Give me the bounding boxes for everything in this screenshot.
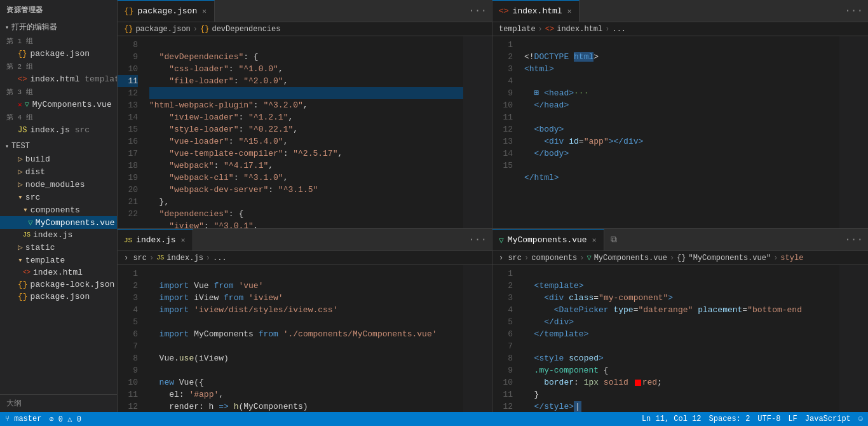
open-editors-label: 打开的编辑器 bbox=[11, 22, 57, 32]
close-tab-index-html[interactable]: ✕ bbox=[566, 6, 573, 16]
close-icon: ✕ bbox=[18, 100, 22, 109]
vue-icon: ▽ bbox=[25, 100, 29, 109]
tab-mycomponents[interactable]: ▽ MyComponents.vue ✕ bbox=[492, 229, 604, 251]
breadcrumb-mycomponents: › src › components › ▽ MyComponents.vue … bbox=[492, 251, 868, 265]
line-numbers-html: 1234 9101112 131415 bbox=[492, 36, 518, 228]
status-errors[interactable]: ⊘ 0 △ 0 bbox=[49, 415, 81, 424]
split-editor-icon[interactable]: ⧉ bbox=[608, 235, 620, 245]
breadcrumb-index-html: template › <> index.html › ... bbox=[492, 22, 868, 36]
tab-more-top-right[interactable]: ··· bbox=[839, 5, 868, 17]
folder-open-icon2: ▾ bbox=[23, 205, 28, 215]
close-tab-package-json[interactable]: ✕ bbox=[201, 6, 208, 16]
minimap-vue bbox=[839, 265, 868, 412]
folder-open-icon3: ▾ bbox=[18, 255, 23, 265]
folder-icon3: ▷ bbox=[18, 179, 23, 189]
tab-index-html[interactable]: <> index.html ✕ bbox=[492, 0, 580, 22]
html-file-icon: <> bbox=[23, 269, 31, 276]
json-icon: {} bbox=[18, 50, 27, 58]
line-numbers-pkg: 8910 11 12131415 16171819 202122 bbox=[118, 36, 143, 228]
vue-tab-icon: ▽ bbox=[499, 235, 504, 245]
tree-item-node-modules[interactable]: ▷ node_modules bbox=[0, 178, 117, 191]
open-editors-section[interactable]: ▾ 打开的编辑器 bbox=[0, 20, 117, 34]
tab-bar-package-json: {} package.json ✕ ··· bbox=[118, 0, 492, 22]
tree-item-packagejson[interactable]: {} package.json bbox=[0, 291, 117, 303]
sidebar: 资源管理器 ▾ 打开的编辑器 第 1 组 {} package.json 第 2… bbox=[0, 0, 118, 412]
tab-bar-index-js: JS index.js ✕ ··· bbox=[118, 229, 492, 251]
minimap-js bbox=[463, 265, 492, 412]
js-icon: JS bbox=[18, 126, 27, 135]
tree-item-components[interactable]: ▾ components bbox=[0, 203, 117, 216]
test-label: TEST bbox=[11, 142, 30, 151]
folder-icon4: ▷ bbox=[18, 242, 23, 252]
status-spaces[interactable]: Spaces: 2 bbox=[709, 415, 750, 423]
status-branch[interactable]: ⑂ master bbox=[5, 415, 41, 423]
html-tab-icon: <> bbox=[499, 6, 509, 16]
sidebar-item-index-js[interactable]: JS index.js src bbox=[0, 124, 117, 136]
sidebar-item-index-html[interactable]: <> index.html template bbox=[0, 73, 117, 85]
sidebar-header: 资源管理器 bbox=[0, 0, 117, 20]
minimap-html bbox=[839, 36, 868, 228]
tree-item-build[interactable]: ▷ build bbox=[0, 153, 117, 165]
json-tab-icon: {} bbox=[124, 6, 134, 16]
sidebar-item-mycomponents[interactable]: ✕ ▽ MyComponents.vue ... bbox=[0, 99, 117, 111]
status-language[interactable]: JavaScript bbox=[805, 415, 851, 423]
pane-index-html: <> index.html ✕ ··· template › <> index.… bbox=[492, 0, 868, 228]
tree-item-package-lock[interactable]: {} package-lock.json bbox=[0, 278, 117, 291]
status-bar: ⑂ master ⊘ 0 △ 0 Ln 11, Col 12 Spaces: 2… bbox=[0, 412, 868, 426]
tree-item-template[interactable]: ▾ template bbox=[0, 254, 117, 266]
chevron-down-icon: ▾ bbox=[5, 24, 9, 31]
json-file-icon: {} bbox=[18, 280, 28, 289]
tab-bar-mycomponents: ▽ MyComponents.vue ✕ ⧉ ··· bbox=[492, 229, 868, 251]
tree-item-indexhtml[interactable]: <> index.html bbox=[0, 266, 117, 278]
breadcrumb-index-js: › src › JS index.js › ... bbox=[118, 251, 492, 265]
folder-icon2: ▷ bbox=[18, 167, 23, 177]
editor-index-html: 1234 9101112 131415 <!DOCTYPE html> <htm… bbox=[492, 36, 868, 228]
tree-item-mycomponents-vue[interactable]: ▽ MyComponents.vue bbox=[0, 216, 117, 229]
tree-item-dist[interactable]: ▷ dist bbox=[0, 165, 117, 178]
group2-label: 第 2 组 bbox=[0, 60, 117, 73]
code-mycomponents[interactable]: <template> <div class="my-component"> <D… bbox=[518, 265, 839, 412]
sidebar-item-package-json[interactable]: {} package.json bbox=[0, 48, 117, 60]
tab-more-top-left[interactable]: ··· bbox=[463, 5, 492, 17]
group1-label: 第 1 组 bbox=[0, 34, 117, 48]
test-section[interactable]: ▾ TEST bbox=[0, 140, 117, 153]
folder-open-icon: ▾ bbox=[18, 192, 23, 202]
group3-label: 第 3 组 bbox=[0, 85, 117, 99]
tree-item-src[interactable]: ▾ src bbox=[0, 191, 117, 203]
close-tab-mycomponents[interactable]: ✕ bbox=[591, 235, 598, 245]
folder-icon: ▷ bbox=[18, 154, 23, 164]
group4-label: 第 4 组 bbox=[0, 111, 117, 124]
tab-package-json[interactable]: {} package.json ✕ bbox=[118, 0, 215, 22]
tab-more-bottom-right[interactable]: ··· bbox=[839, 234, 868, 245]
js-file-icon: JS bbox=[23, 231, 31, 238]
tab-index-js[interactable]: JS index.js ✕ bbox=[118, 229, 193, 251]
html-icon: <> bbox=[18, 75, 27, 84]
tree-item-indexjs[interactable]: JS index.js bbox=[0, 229, 117, 241]
js-tab-icon: JS bbox=[124, 237, 132, 244]
editor-mycomponents: 1234 5678 9101112 1314151617 <template> … bbox=[492, 265, 868, 412]
editor-package-json: 8910 11 12131415 16171819 202122 "devDep… bbox=[118, 36, 492, 228]
pane-index-js: JS index.js ✕ ··· › src › JS index.js › … bbox=[118, 229, 492, 412]
status-cursor[interactable]: Ln 11, Col 12 bbox=[642, 415, 702, 423]
line-numbers-vue: 1234 5678 9101112 1314151617 bbox=[492, 265, 518, 412]
tab-more-bottom-left[interactable]: ··· bbox=[463, 234, 492, 245]
chevron-down-icon2: ▾ bbox=[5, 142, 9, 150]
breadcrumb-package-json: {} package.json › {} devDependencies bbox=[118, 22, 492, 36]
outline-footer[interactable]: 大纲 bbox=[0, 394, 117, 412]
code-index-js[interactable]: import Vue from 'vue' import iView from … bbox=[143, 265, 463, 412]
pane-mycomponents: ▽ MyComponents.vue ✕ ⧉ ··· › src › compo… bbox=[492, 229, 868, 412]
line-numbers-js: 1234 5678 910111213 bbox=[118, 265, 143, 412]
close-tab-index-js[interactable]: ✕ bbox=[180, 235, 187, 245]
status-smiley[interactable]: ☺ bbox=[858, 415, 863, 423]
status-line-ending[interactable]: LF bbox=[788, 415, 797, 423]
minimap-pkg bbox=[463, 36, 492, 228]
main-area: {} package.json ✕ ··· {} package.json › … bbox=[118, 0, 868, 412]
code-package-json[interactable]: "devDependencies": { "css-loader": "^1.0… bbox=[143, 36, 463, 228]
tree-item-static[interactable]: ▷ static bbox=[0, 241, 117, 254]
code-index-html[interactable]: <!DOCTYPE html> <html> ⊞ <head>··· </hea… bbox=[518, 36, 839, 228]
tab-bar-index-html: <> index.html ✕ ··· bbox=[492, 0, 868, 22]
editor-index-js: 1234 5678 910111213 import Vue from 'vue… bbox=[118, 265, 492, 412]
status-encoding[interactable]: UTF-8 bbox=[757, 415, 780, 423]
pane-package-json: {} package.json ✕ ··· {} package.json › … bbox=[118, 0, 492, 228]
red-color-swatch bbox=[635, 380, 641, 386]
